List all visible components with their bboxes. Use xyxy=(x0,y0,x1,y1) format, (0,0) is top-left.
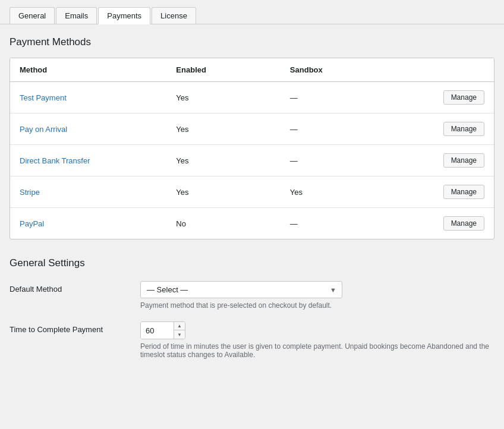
default-method-row: Default Method — Select — Test Payment P… xyxy=(10,281,494,310)
page-wrapper: General Emails Payments License Payment … xyxy=(0,0,504,383)
col-header-method: Method xyxy=(10,58,166,82)
tab-general[interactable]: General xyxy=(10,7,55,24)
default-method-control: — Select — Test Payment Pay on Arrival D… xyxy=(140,281,494,310)
table-row: Test Payment Yes — Manage xyxy=(10,82,494,113)
method-link-stripe[interactable]: Stripe xyxy=(20,188,40,197)
enabled-cell: Yes xyxy=(166,113,281,145)
spinner-down-button[interactable]: ▼ xyxy=(174,330,185,339)
time-to-complete-row: Time to Complete Payment ▲ ▼ Period of t… xyxy=(10,321,494,359)
tab-payments[interactable]: Payments xyxy=(98,7,150,24)
payment-methods-table-container: Method Enabled Sandbox Test Payment Yes … xyxy=(10,58,494,239)
tab-emails[interactable]: Emails xyxy=(56,7,97,24)
default-method-description: Payment method that is pre-selected on c… xyxy=(140,301,494,310)
method-link-direct-bank-transfer[interactable]: Direct Bank Transfer xyxy=(20,156,90,165)
col-header-enabled: Enabled xyxy=(166,58,281,82)
table-row: Stripe Yes Yes Manage xyxy=(10,176,494,208)
action-cell: Manage xyxy=(408,145,494,176)
col-header-action xyxy=(408,58,494,82)
method-cell: Test Payment xyxy=(10,82,166,113)
table-row: Pay on Arrival Yes — Manage xyxy=(10,113,494,145)
enabled-cell: Yes xyxy=(166,145,281,176)
action-cell: Manage xyxy=(408,82,494,113)
manage-button-paypal[interactable]: Manage xyxy=(443,216,484,231)
sandbox-cell: Yes xyxy=(281,176,408,208)
method-cell: PayPal xyxy=(10,208,166,239)
spinner-buttons: ▲ ▼ xyxy=(174,322,185,339)
enabled-cell: Yes xyxy=(166,176,281,208)
method-cell: Stripe xyxy=(10,176,166,208)
time-to-complete-description: Period of time in minutes the user is gi… xyxy=(140,342,494,359)
action-cell: Manage xyxy=(408,176,494,208)
payments-table: Method Enabled Sandbox Test Payment Yes … xyxy=(10,58,494,239)
manage-button-pay-on-arrival[interactable]: Manage xyxy=(443,122,484,136)
action-cell: Manage xyxy=(408,113,494,145)
table-header-row: Method Enabled Sandbox xyxy=(10,58,494,82)
tabs-bar: General Emails Payments License xyxy=(0,0,504,24)
table-row: PayPal No — Manage xyxy=(10,208,494,239)
time-to-complete-input[interactable] xyxy=(141,322,174,339)
default-method-label: Default Method xyxy=(10,281,140,294)
time-to-complete-control: ▲ ▼ Period of time in minutes the user i… xyxy=(140,321,494,359)
time-to-complete-input-wrapper: ▲ ▼ xyxy=(140,321,185,339)
enabled-cell: Yes xyxy=(166,82,281,113)
enabled-cell: No xyxy=(166,208,281,239)
sandbox-cell: — xyxy=(281,208,408,239)
action-cell: Manage xyxy=(408,208,494,239)
default-method-select-wrapper: — Select — Test Payment Pay on Arrival D… xyxy=(140,281,342,298)
manage-button-test-payment[interactable]: Manage xyxy=(443,90,484,105)
manage-button-direct-bank-transfer[interactable]: Manage xyxy=(443,153,484,168)
manage-button-stripe[interactable]: Manage xyxy=(443,185,484,199)
method-cell: Direct Bank Transfer xyxy=(10,145,166,176)
sandbox-cell: — xyxy=(281,145,408,176)
spinner-up-button[interactable]: ▲ xyxy=(174,322,185,330)
method-link-test-payment[interactable]: Test Payment xyxy=(20,93,67,102)
sandbox-cell: — xyxy=(281,82,408,113)
method-link-paypal[interactable]: PayPal xyxy=(20,219,44,228)
col-header-sandbox: Sandbox xyxy=(281,58,408,82)
default-method-select[interactable]: — Select — Test Payment Pay on Arrival D… xyxy=(140,281,342,298)
sandbox-cell: — xyxy=(281,113,408,145)
payment-methods-title: Payment Methods xyxy=(10,36,494,48)
time-to-complete-label: Time to Complete Payment xyxy=(10,321,140,334)
method-cell: Pay on Arrival xyxy=(10,113,166,145)
method-link-pay-on-arrival[interactable]: Pay on Arrival xyxy=(20,125,67,134)
general-settings-title: General Settings xyxy=(10,257,494,269)
tab-license[interactable]: License xyxy=(152,7,196,24)
main-content: Payment Methods Method Enabled Sandbox T xyxy=(0,24,504,383)
table-row: Direct Bank Transfer Yes — Manage xyxy=(10,145,494,176)
